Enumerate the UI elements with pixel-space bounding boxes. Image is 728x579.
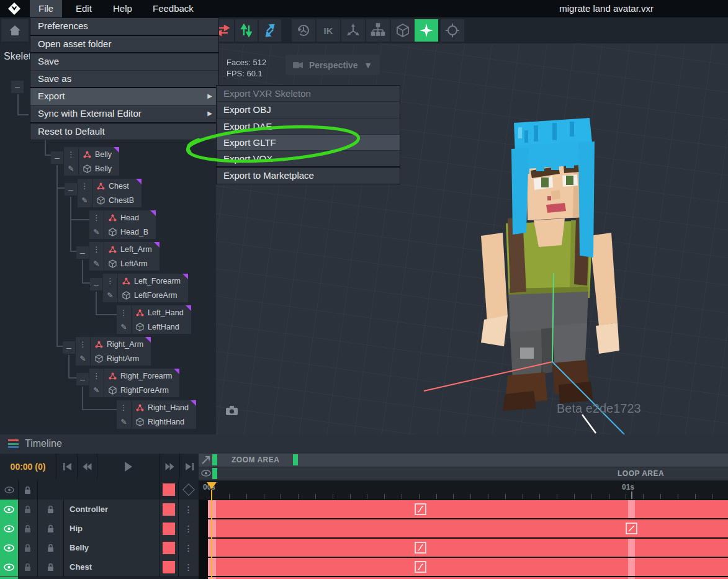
collapse-button-left-arm[interactable]: –	[76, 246, 89, 259]
menu-item-export-obj[interactable]: Export OBJ	[217, 102, 400, 118]
prev-frame-button[interactable]	[78, 454, 97, 480]
menu-file[interactable]: File	[30, 0, 62, 17]
header-eye-cell[interactable]	[0, 480, 19, 500]
lock-toggle-2[interactable]	[37, 519, 64, 538]
zoom-area-start-handle[interactable]	[212, 454, 217, 465]
track-color[interactable]	[160, 557, 179, 577]
zoom-area-end-handle[interactable]	[293, 454, 298, 465]
node-menu-icon[interactable]: ⋮	[117, 305, 131, 320]
node-menu-icon[interactable]: ⋮	[89, 210, 104, 225]
track-menu-icon[interactable]: ⋮	[178, 519, 199, 538]
visibility-toggle[interactable]	[0, 538, 19, 557]
lock-toggle-2[interactable]	[37, 500, 64, 519]
translate-z-tool[interactable]	[259, 19, 281, 42]
node-menu-icon[interactable]: ⋮	[89, 242, 104, 256]
lock-toggle[interactable]	[18, 500, 38, 519]
header-keyframe-cell[interactable]	[178, 480, 199, 500]
lock-toggle-2[interactable]	[37, 557, 64, 577]
edit-pencil-icon[interactable]: ✎	[78, 193, 92, 207]
translate-y-tool[interactable]	[235, 19, 258, 42]
track-bar-belly[interactable]	[208, 539, 728, 557]
header-lock-cell[interactable]	[18, 480, 38, 500]
playhead-line[interactable]	[211, 490, 212, 579]
skip-end-button[interactable]	[180, 454, 199, 480]
collapse-button-belly[interactable]: –	[51, 151, 63, 164]
keyframe-linear[interactable]	[626, 523, 637, 534]
skeleton-node-left-forearm[interactable]: ⋮✎ Left_Forearm LeftForeArm	[103, 274, 188, 302]
lock-toggle[interactable]	[18, 519, 38, 538]
lock-toggle[interactable]	[18, 557, 38, 577]
skeleton-node-head[interactable]: ⋮✎ Head Head_B	[89, 210, 156, 239]
menu-item-export[interactable]: Export▶	[30, 88, 218, 105]
edit-pencil-icon[interactable]: ✎	[117, 415, 131, 429]
collapse-button-left-forearm[interactable]: –	[90, 278, 102, 290]
skeleton-node-left-hand[interactable]: ⋮✎ Left_Hand LeftHand	[117, 305, 191, 334]
track-color[interactable]	[160, 538, 179, 557]
menu-item-export-dae[interactable]: Export DAE	[217, 119, 400, 135]
node-menu-icon[interactable]: ⋮	[117, 400, 131, 415]
keyframe-bezier[interactable]	[415, 503, 426, 515]
edit-pencil-icon[interactable]: ✎	[103, 288, 117, 302]
keyframe-bezier[interactable]	[415, 561, 426, 573]
skeleton-node-right-forearm[interactable]: ⋮✎ Right_Forearm RightForeArm	[89, 369, 179, 397]
menu-edit[interactable]: Edit	[67, 0, 101, 17]
node-menu-icon[interactable]: ⋮	[103, 274, 117, 288]
bounding-box-tool[interactable]	[391, 19, 415, 42]
timeline-menu-icon[interactable]	[8, 439, 19, 450]
collapse-button-right-forearm[interactable]: –	[76, 373, 89, 385]
track-bar-chest[interactable]	[208, 558, 728, 576]
menu-item-sync-external-editor[interactable]: Sync with External Editor▶	[30, 105, 218, 123]
collapse-button-chest[interactable]: –	[65, 183, 77, 195]
collapse-button-root[interactable]: –	[11, 81, 24, 93]
keyframe-bezier[interactable]	[415, 542, 426, 554]
menu-item-reset-to-default[interactable]: Reset to Default	[30, 123, 218, 140]
skeleton-node-chest[interactable]: ⋮✎ Chest ChestB	[78, 179, 142, 207]
track-bar-hip[interactable]	[208, 519, 728, 537]
track-menu-icon[interactable]: ⋮	[178, 538, 199, 557]
menu-item-preferences[interactable]: Preferences	[30, 18, 218, 36]
ik-tool[interactable]: IK	[317, 19, 340, 42]
screenshot-button[interactable]	[225, 405, 238, 418]
node-menu-icon[interactable]: ⋮	[64, 147, 78, 161]
target-tool[interactable]	[441, 19, 464, 42]
magic-tool-active[interactable]	[415, 19, 438, 42]
menu-item-export-gltf[interactable]: Export GLTF	[217, 135, 400, 151]
pivot-tool[interactable]	[341, 19, 365, 42]
next-frame-button[interactable]	[160, 454, 180, 480]
skeleton-node-left-arm[interactable]: ⋮✎ Left_Arm LeftArm	[89, 242, 160, 271]
edit-pencil-icon[interactable]: ✎	[64, 161, 78, 176]
lock-toggle[interactable]	[18, 538, 38, 557]
node-menu-icon[interactable]: ⋮	[78, 179, 92, 193]
edit-pencil-icon[interactable]: ✎	[89, 225, 104, 239]
skeleton-hierarchy-tool[interactable]	[366, 19, 390, 42]
node-menu-icon[interactable]: ⋮	[76, 337, 90, 351]
skeleton-node-right-hand[interactable]: ⋮✎ Right_Hand RightHand	[117, 400, 196, 429]
menu-item-export-to-marketplace[interactable]: Export to Marketplace	[217, 168, 400, 183]
visibility-toggle[interactable]	[0, 519, 19, 538]
collapse-button-right-arm[interactable]: –	[63, 341, 75, 354]
edit-pencil-icon[interactable]: ✎	[89, 383, 104, 397]
node-menu-icon[interactable]: ⋮	[89, 369, 104, 383]
track-color[interactable]	[160, 500, 179, 519]
timeline-ruler[interactable]: 00s 01s	[199, 481, 728, 500]
skeleton-node-belly[interactable]: ⋮✎ Belly Belly	[64, 147, 119, 176]
lock-toggle-2[interactable]	[37, 538, 64, 557]
eye-icon[interactable]	[201, 470, 211, 477]
home-button[interactable]	[1, 19, 29, 42]
track-color[interactable]	[160, 519, 179, 538]
edit-pencil-icon[interactable]: ✎	[117, 320, 131, 334]
visibility-toggle[interactable]	[0, 500, 19, 519]
track-menu-icon[interactable]: ⋮	[178, 500, 199, 519]
track-bar-controller[interactable]	[208, 500, 728, 518]
edit-pencil-icon[interactable]: ✎	[89, 256, 104, 271]
camera-mode-dropdown[interactable]: Perspective ▼	[285, 55, 380, 75]
playhead-handle[interactable]	[207, 482, 217, 489]
rotate-tool[interactable]	[292, 19, 315, 42]
loop-area-start-handle[interactable]	[212, 468, 217, 479]
skeleton-node-right-arm[interactable]: ⋮✎ Right_Arm RightArm	[76, 337, 151, 366]
loop-area-strip[interactable]: LOOP AREA	[199, 467, 728, 480]
menu-feedback[interactable]: Feedback	[144, 0, 202, 17]
play-button[interactable]	[97, 454, 160, 480]
menu-item-save[interactable]: Save	[30, 53, 218, 71]
expand-icon[interactable]	[201, 456, 210, 465]
